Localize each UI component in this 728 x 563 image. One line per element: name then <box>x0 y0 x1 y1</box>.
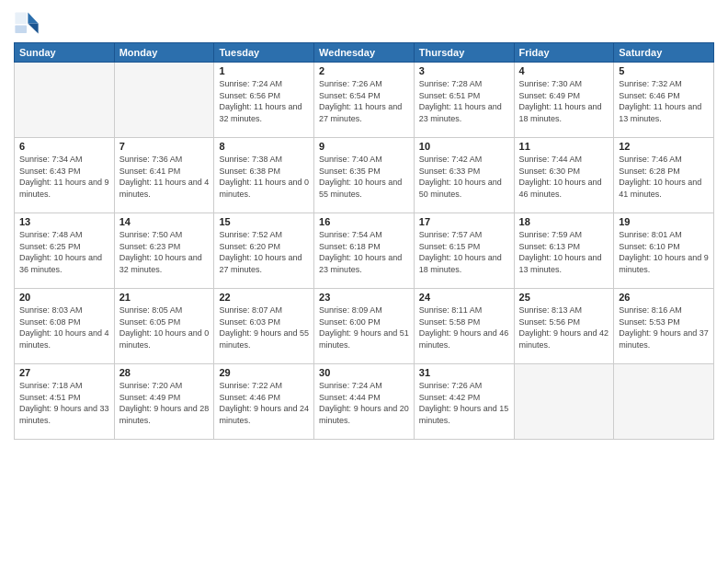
calendar-cell: 8Sunrise: 7:38 AM Sunset: 6:38 PM Daylig… <box>214 138 314 213</box>
day-info: Sunrise: 7:52 AM Sunset: 6:20 PM Dayligh… <box>219 229 309 275</box>
weekday-header-wednesday: Wednesday <box>314 43 415 63</box>
day-info: Sunrise: 7:22 AM Sunset: 4:46 PM Dayligh… <box>219 380 309 426</box>
calendar-cell: 5Sunrise: 7:32 AM Sunset: 6:46 PM Daylig… <box>614 63 714 138</box>
calendar-cell: 6Sunrise: 7:34 AM Sunset: 6:43 PM Daylig… <box>15 138 115 213</box>
day-number: 15 <box>219 216 309 227</box>
calendar-cell: 1Sunrise: 7:24 AM Sunset: 6:56 PM Daylig… <box>214 63 314 138</box>
calendar-cell <box>514 364 614 440</box>
calendar-cell: 10Sunrise: 7:42 AM Sunset: 6:33 PM Dayli… <box>414 138 514 213</box>
svg-rect-4 <box>15 26 27 33</box>
day-number: 21 <box>119 292 210 303</box>
day-info: Sunrise: 7:57 AM Sunset: 6:15 PM Dayligh… <box>419 229 509 275</box>
day-number: 13 <box>19 216 109 227</box>
calendar-cell: 27Sunrise: 7:18 AM Sunset: 4:51 PM Dayli… <box>15 364 115 440</box>
day-info: Sunrise: 7:40 AM Sunset: 6:35 PM Dayligh… <box>319 154 409 200</box>
day-number: 18 <box>519 216 609 227</box>
day-info: Sunrise: 7:20 AM Sunset: 4:49 PM Dayligh… <box>119 380 210 426</box>
weekday-header-friday: Friday <box>514 43 614 63</box>
day-number: 7 <box>119 141 210 152</box>
calendar-cell: 14Sunrise: 7:50 AM Sunset: 6:23 PM Dayli… <box>114 213 214 289</box>
day-info: Sunrise: 8:13 AM Sunset: 5:56 PM Dayligh… <box>519 304 609 350</box>
calendar-cell <box>614 364 714 440</box>
weekday-header-row: SundayMondayTuesdayWednesdayThursdayFrid… <box>15 43 714 63</box>
day-info: Sunrise: 8:11 AM Sunset: 5:58 PM Dayligh… <box>419 304 509 350</box>
day-number: 14 <box>119 216 210 227</box>
weekday-header-tuesday: Tuesday <box>214 43 314 63</box>
day-info: Sunrise: 7:50 AM Sunset: 6:23 PM Dayligh… <box>119 229 210 275</box>
week-row-1: 1Sunrise: 7:24 AM Sunset: 6:56 PM Daylig… <box>15 63 714 138</box>
day-info: Sunrise: 7:34 AM Sunset: 6:43 PM Dayligh… <box>19 154 109 200</box>
day-info: Sunrise: 7:26 AM Sunset: 4:42 PM Dayligh… <box>419 380 509 426</box>
day-info: Sunrise: 8:16 AM Sunset: 5:53 PM Dayligh… <box>619 304 709 350</box>
calendar-cell <box>114 63 214 138</box>
weekday-header-sunday: Sunday <box>15 43 115 63</box>
day-number: 29 <box>219 367 309 378</box>
day-info: Sunrise: 7:59 AM Sunset: 6:13 PM Dayligh… <box>519 229 609 275</box>
day-number: 12 <box>619 141 709 152</box>
logo-icon <box>14 9 40 35</box>
calendar-cell: 25Sunrise: 8:13 AM Sunset: 5:56 PM Dayli… <box>514 289 614 364</box>
calendar-cell: 29Sunrise: 7:22 AM Sunset: 4:46 PM Dayli… <box>214 364 314 440</box>
day-info: Sunrise: 7:24 AM Sunset: 6:56 PM Dayligh… <box>219 78 309 124</box>
calendar-cell: 15Sunrise: 7:52 AM Sunset: 6:20 PM Dayli… <box>214 213 314 289</box>
day-info: Sunrise: 7:54 AM Sunset: 6:18 PM Dayligh… <box>319 229 409 275</box>
day-number: 30 <box>319 367 409 378</box>
day-info: Sunrise: 7:30 AM Sunset: 6:49 PM Dayligh… <box>519 78 609 124</box>
week-row-5: 27Sunrise: 7:18 AM Sunset: 4:51 PM Dayli… <box>15 364 714 440</box>
day-number: 31 <box>419 367 509 378</box>
day-number: 8 <box>219 141 309 152</box>
svg-rect-3 <box>15 13 27 25</box>
logo <box>14 9 43 35</box>
day-info: Sunrise: 7:24 AM Sunset: 4:44 PM Dayligh… <box>319 380 409 426</box>
calendar-cell: 26Sunrise: 8:16 AM Sunset: 5:53 PM Dayli… <box>614 289 714 364</box>
day-info: Sunrise: 8:01 AM Sunset: 6:10 PM Dayligh… <box>619 229 709 275</box>
calendar-cell: 2Sunrise: 7:26 AM Sunset: 6:54 PM Daylig… <box>314 63 415 138</box>
day-number: 26 <box>619 292 709 303</box>
calendar-cell: 21Sunrise: 8:05 AM Sunset: 6:05 PM Dayli… <box>114 289 214 364</box>
page: SundayMondayTuesdayWednesdayThursdayFrid… <box>0 0 728 563</box>
week-row-3: 13Sunrise: 7:48 AM Sunset: 6:25 PM Dayli… <box>15 213 714 289</box>
day-number: 1 <box>219 65 309 76</box>
calendar-cell: 3Sunrise: 7:28 AM Sunset: 6:51 PM Daylig… <box>414 63 514 138</box>
calendar-cell: 13Sunrise: 7:48 AM Sunset: 6:25 PM Dayli… <box>15 213 115 289</box>
day-number: 20 <box>19 292 109 303</box>
calendar-cell: 19Sunrise: 8:01 AM Sunset: 6:10 PM Dayli… <box>614 213 714 289</box>
calendar-cell: 18Sunrise: 7:59 AM Sunset: 6:13 PM Dayli… <box>514 213 614 289</box>
calendar-cell: 9Sunrise: 7:40 AM Sunset: 6:35 PM Daylig… <box>314 138 415 213</box>
day-number: 11 <box>519 141 609 152</box>
calendar-cell: 17Sunrise: 7:57 AM Sunset: 6:15 PM Dayli… <box>414 213 514 289</box>
day-number: 17 <box>419 216 509 227</box>
calendar-table: SundayMondayTuesdayWednesdayThursdayFrid… <box>14 42 714 440</box>
day-number: 22 <box>219 292 309 303</box>
day-info: Sunrise: 7:36 AM Sunset: 6:41 PM Dayligh… <box>119 154 210 200</box>
calendar-cell: 24Sunrise: 8:11 AM Sunset: 5:58 PM Dayli… <box>414 289 514 364</box>
day-number: 27 <box>19 367 109 378</box>
day-info: Sunrise: 8:09 AM Sunset: 6:00 PM Dayligh… <box>319 304 409 350</box>
calendar-cell: 31Sunrise: 7:26 AM Sunset: 4:42 PM Dayli… <box>414 364 514 440</box>
day-info: Sunrise: 7:18 AM Sunset: 4:51 PM Dayligh… <box>19 380 109 426</box>
week-row-2: 6Sunrise: 7:34 AM Sunset: 6:43 PM Daylig… <box>15 138 714 213</box>
day-number: 23 <box>319 292 409 303</box>
day-info: Sunrise: 8:05 AM Sunset: 6:05 PM Dayligh… <box>119 304 210 350</box>
week-row-4: 20Sunrise: 8:03 AM Sunset: 6:08 PM Dayli… <box>15 289 714 364</box>
calendar-cell: 12Sunrise: 7:46 AM Sunset: 6:28 PM Dayli… <box>614 138 714 213</box>
calendar-cell: 4Sunrise: 7:30 AM Sunset: 6:49 PM Daylig… <box>514 63 614 138</box>
day-info: Sunrise: 7:46 AM Sunset: 6:28 PM Dayligh… <box>619 154 709 200</box>
day-number: 3 <box>419 65 509 76</box>
calendar-cell: 20Sunrise: 8:03 AM Sunset: 6:08 PM Dayli… <box>15 289 115 364</box>
day-number: 4 <box>519 65 609 76</box>
day-info: Sunrise: 8:07 AM Sunset: 6:03 PM Dayligh… <box>219 304 309 350</box>
day-number: 19 <box>619 216 709 227</box>
day-number: 5 <box>619 65 709 76</box>
calendar-cell <box>15 63 115 138</box>
calendar-cell: 23Sunrise: 8:09 AM Sunset: 6:00 PM Dayli… <box>314 289 415 364</box>
day-info: Sunrise: 7:48 AM Sunset: 6:25 PM Dayligh… <box>19 229 109 275</box>
day-number: 10 <box>419 141 509 152</box>
day-number: 25 <box>519 292 609 303</box>
day-info: Sunrise: 8:03 AM Sunset: 6:08 PM Dayligh… <box>19 304 109 350</box>
day-number: 9 <box>319 141 409 152</box>
calendar-cell: 30Sunrise: 7:24 AM Sunset: 4:44 PM Dayli… <box>314 364 415 440</box>
calendar-cell: 7Sunrise: 7:36 AM Sunset: 6:41 PM Daylig… <box>114 138 214 213</box>
calendar-cell: 16Sunrise: 7:54 AM Sunset: 6:18 PM Dayli… <box>314 213 415 289</box>
weekday-header-thursday: Thursday <box>414 43 514 63</box>
